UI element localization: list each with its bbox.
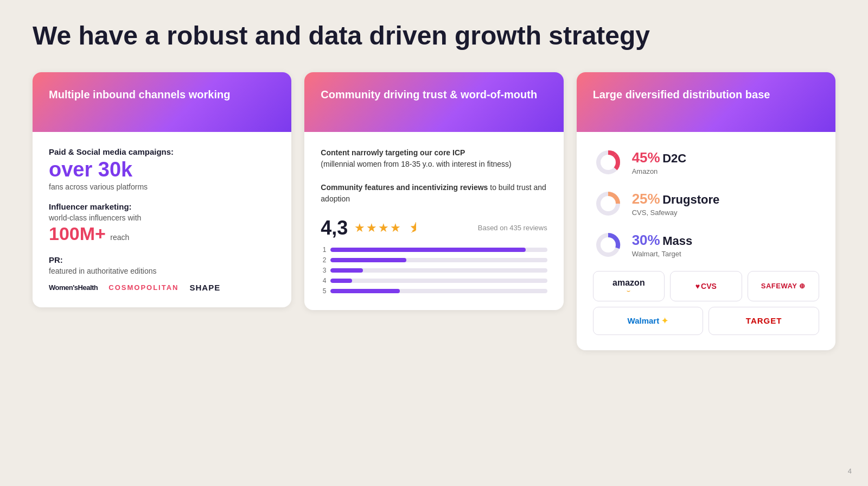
dist-row-mass: 30% Mass Walmart, Target — [593, 230, 819, 260]
bar-fill-3 — [330, 268, 363, 273]
rating-number: 4,3 — [321, 217, 348, 239]
dist-percent-mass: 30% — [632, 232, 660, 248]
svg-point-1 — [601, 155, 616, 170]
rating-bars: 1 2 3 — [321, 246, 547, 295]
bar-row-3: 3 — [321, 267, 547, 274]
card-inbound-channels: Multiple inbound channels working Paid &… — [33, 72, 291, 307]
dist-row-drugstore: 25% Drugstore CVS, Safeway — [593, 188, 819, 219]
card-distribution: Large diversified distribution base 45% … — [577, 72, 835, 350]
card2-content1-rest: (millennial women from 18-35 y.o. with i… — [321, 159, 547, 170]
target-retailer-box: TARGET — [709, 307, 819, 335]
bar-track-1 — [330, 248, 547, 252]
half-star-icon: ⯨ — [409, 221, 420, 235]
card1-big-number: over 30k — [49, 159, 275, 181]
bar-fill-4 — [330, 279, 352, 283]
dist-channel-d2c: D2C — [662, 152, 686, 165]
page-title: We have a robust and data driven growth … — [33, 22, 835, 51]
card1-reach-suffix: reach — [110, 233, 129, 242]
dist-info-drugstore: 25% Drugstore CVS, Safeway — [632, 191, 720, 217]
bar-track-3 — [330, 268, 547, 273]
cvs-logo: ♥CVS — [695, 282, 717, 291]
card2-content2-bold: Community features and incentivizing rev… — [321, 183, 488, 192]
bar-label-5: 5 — [321, 287, 326, 295]
dist-channel-mass: Mass — [662, 234, 692, 248]
cosmopolitan-logo: COSMOPOLITAN — [108, 283, 178, 292]
walmart-retailer-box: Walmart ✦ — [593, 307, 704, 335]
card1-section2-sub: world-class influencers with — [49, 213, 275, 222]
bar-track-2 — [330, 258, 547, 262]
card1-reach-number: 100M+ — [49, 223, 106, 244]
dist-row-d2c: 45% D2C Amazon — [593, 147, 819, 178]
bar-row-1: 1 — [321, 246, 547, 254]
dist-sub-mass: Walmart, Target — [632, 250, 693, 258]
pr-logos-row: Women'sHealth COSMOPOLITAN SHAPE — [49, 283, 275, 292]
dist-channel-drugstore: Drugstore — [662, 193, 719, 206]
dist-sub-drugstore: CVS, Safeway — [632, 209, 720, 217]
bar-row-4: 4 — [321, 277, 547, 285]
dist-sub-d2c: Amazon — [632, 167, 687, 175]
bar-fill-5 — [330, 289, 400, 293]
card2-content2: Community features and incentivizing rev… — [321, 182, 547, 205]
card1-section1-sub: fans across various platforms — [49, 182, 275, 191]
amazon-retailer-box: amazon⌣ — [593, 271, 665, 301]
rating-top-row: 4,3 ★★★★⯨ Based on 435 reviews — [321, 217, 547, 239]
walmart-star-icon: ✦ — [661, 316, 668, 325]
womens-health-logo: Women'sHealth — [49, 283, 98, 292]
bar-row-5: 5 — [321, 287, 547, 295]
card1-section2-label: Influencer marketing: — [49, 202, 275, 211]
bar-fill-1 — [330, 248, 525, 252]
svg-point-5 — [601, 237, 616, 253]
card1-section3-label: PR: — [49, 255, 275, 264]
card2-content1: Content narrowly targeting our core ICP … — [321, 147, 547, 170]
bar-label-1: 1 — [321, 246, 326, 254]
reviews-count: Based on 435 reviews — [478, 224, 547, 232]
shape-logo: SHAPE — [189, 283, 220, 292]
card1-section3-sub: featured in authoritative editions — [49, 267, 275, 275]
amazon-logo: amazon⌣ — [612, 278, 645, 294]
amazon-smile: ⌣ — [612, 288, 645, 294]
dist-info-mass: 30% Mass Walmart, Target — [632, 232, 693, 258]
bar-track-5 — [330, 289, 547, 293]
target-logo: TARGET — [746, 316, 782, 325]
card2-content1-bold: Content narrowly targeting our core ICP — [321, 148, 465, 157]
page-number: 4 — [848, 467, 852, 475]
card1-body: Paid & Social media campaigns: over 30k … — [33, 132, 291, 307]
svg-point-3 — [601, 196, 616, 211]
dist-info-d2c: 45% D2C Amazon — [632, 149, 687, 175]
card3-header: Large diversified distribution base — [577, 72, 835, 132]
card3-body: 45% D2C Amazon 25% Drugstore CVS, Safewa… — [577, 132, 835, 350]
walmart-logo: Walmart ✦ — [628, 316, 669, 326]
safeway-logo: SAFEWAY ⊕ — [761, 282, 806, 290]
retailer-grid-bottom: Walmart ✦ TARGET — [593, 307, 819, 335]
cvs-heart-icon: ♥ — [695, 282, 700, 291]
pie-drugstore — [593, 188, 623, 219]
bar-label-4: 4 — [321, 277, 326, 285]
dist-percent-d2c: 45% — [632, 149, 660, 166]
pie-d2c — [593, 147, 623, 178]
retailer-grid-top: amazon⌣ ♥CVS SAFEWAY ⊕ — [593, 271, 819, 301]
cards-container: Multiple inbound channels working Paid &… — [33, 72, 835, 350]
bar-label-2: 2 — [321, 256, 326, 264]
stars-icons: ★★★★ — [354, 221, 402, 235]
rating-section: 4,3 ★★★★⯨ Based on 435 reviews 1 2 — [321, 217, 547, 295]
card2-header: Community driving trust & word-of-mouth — [304, 72, 563, 132]
bar-fill-2 — [330, 258, 406, 262]
card2-body: Content narrowly targeting our core ICP … — [304, 132, 563, 310]
dist-percent-drugstore: 25% — [632, 191, 660, 207]
bar-row-2: 2 — [321, 256, 547, 264]
cvs-retailer-box: ♥CVS — [670, 271, 742, 301]
safeway-retailer-box: SAFEWAY ⊕ — [748, 271, 819, 301]
card1-section1-label: Paid & Social media campaigns: — [49, 147, 275, 156]
pie-mass — [593, 230, 623, 260]
card-community: Community driving trust & word-of-mouth … — [304, 72, 563, 310]
bar-track-4 — [330, 279, 547, 283]
bar-label-3: 3 — [321, 267, 326, 274]
card1-header: Multiple inbound channels working — [33, 72, 291, 132]
